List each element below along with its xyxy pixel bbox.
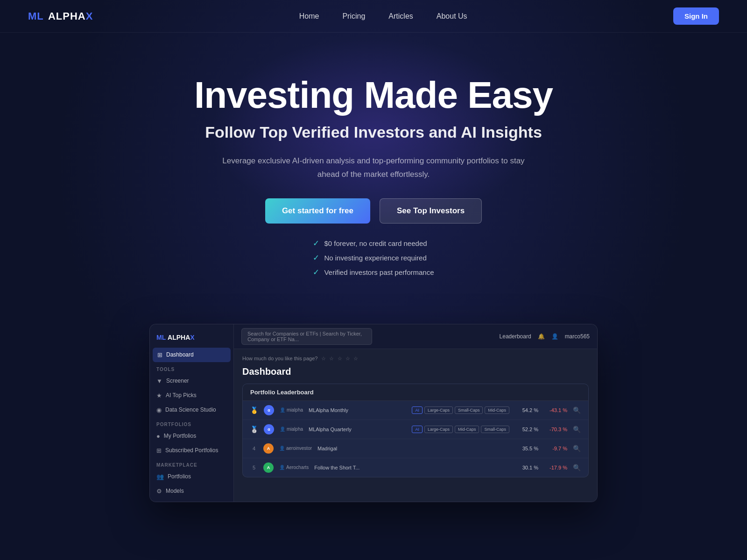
- stat-negative: -9.7 %: [544, 446, 567, 451]
- nav-about[interactable]: About Us: [437, 12, 467, 20]
- username-label: 👤 Aerocharts: [279, 465, 309, 470]
- hero-description: Leverage exclusive AI-driven analysis an…: [215, 154, 532, 182]
- tag-group: AI Large-Caps Mid-Caps Small-Caps: [412, 426, 509, 433]
- username: marco565: [565, 333, 590, 340]
- person-icon: 👤: [279, 465, 285, 470]
- feature-item-1: ✓ $0 forever, no credit card needed: [313, 238, 427, 248]
- tag-small-cap: Small-Caps: [481, 426, 509, 433]
- nav-home[interactable]: Home: [299, 12, 319, 20]
- hero-buttons: Get started for free See Top Investors: [9, 198, 738, 224]
- nav-pricing[interactable]: Pricing: [342, 12, 365, 20]
- check-icon-2: ✓: [313, 253, 319, 263]
- stat-negative: -43.1 %: [544, 407, 567, 413]
- hero-subheadline: Follow Top Verified Investors and AI Ins…: [9, 123, 738, 141]
- star-icon: ★: [156, 392, 162, 399]
- leaderboard-header: Portfolio Leaderboard: [243, 384, 588, 401]
- grid-icon: ⊞: [156, 447, 162, 454]
- sidebar-logo: ML ALPHAX: [150, 330, 233, 348]
- rating-stars[interactable]: ☆ ☆ ☆ ☆ ☆: [321, 356, 359, 362]
- stat-negative: -17.9 %: [544, 465, 567, 470]
- portfolio-name: Follow the Short T...: [314, 465, 504, 470]
- portfolio-name: MLAlpha Monthly: [309, 407, 406, 413]
- sidebar-logo-x: X: [190, 334, 194, 341]
- tag-large-cap: Large-Caps: [424, 426, 453, 433]
- avatar: A: [263, 443, 274, 454]
- feature-item-3: ✓ Verified investors past performance: [313, 267, 434, 277]
- navbar: ML ALPHAX Home Pricing Articles About Us…: [0, 0, 747, 33]
- search-bar[interactable]: Search for Companies or ETFs | Search by…: [241, 328, 372, 345]
- features-list: ✓ $0 forever, no credit card needed ✓ No…: [313, 238, 434, 277]
- leaderboard-card: Portfolio Leaderboard 🥇 α 👤 mialpha MLAl…: [242, 384, 589, 477]
- app-shell: ML ALPHAX ⊞ Dashboard TOOLS ▼ Screener ★…: [150, 324, 597, 502]
- check-icon-1: ✓: [313, 238, 319, 248]
- username-label: 👤 aeroinvestor: [279, 446, 312, 451]
- model-icon: ⚙: [156, 488, 162, 495]
- stat-positive: 52.2 %: [515, 427, 538, 432]
- medal-gold: 🥇: [250, 406, 258, 414]
- person-icon: 👤: [280, 407, 285, 413]
- tag-large-cap: Large-Caps: [424, 406, 453, 414]
- app-header: Search for Companies or ETFs | Search by…: [234, 324, 597, 349]
- table-row: 4 A 👤 aeroinvestor Madrigal 35.5 % -9.7 …: [243, 439, 588, 458]
- table-row: 🥈 α 👤 mialpha MLAlpha Quarterly AI Large…: [243, 420, 588, 439]
- signin-button[interactable]: Sign In: [673, 7, 719, 25]
- logo-ml: ML: [28, 10, 44, 22]
- sidebar-item-dashboard[interactable]: ⊞ Dashboard: [153, 348, 231, 362]
- dashboard-preview: ML ALPHAX ⊞ Dashboard TOOLS ▼ Screener ★…: [149, 324, 598, 502]
- search-action-icon[interactable]: 🔍: [573, 406, 581, 414]
- logo-x: X: [86, 10, 93, 22]
- search-action-icon[interactable]: 🔍: [573, 464, 581, 471]
- see-top-investors-button[interactable]: See Top Investors: [380, 198, 482, 224]
- stat-positive: 54.2 %: [515, 407, 538, 413]
- nav-articles[interactable]: Articles: [388, 12, 413, 20]
- tag-mid-cap: Mid-Caps: [485, 406, 509, 414]
- stat-negative: -70.3 %: [544, 427, 567, 432]
- search-action-icon[interactable]: 🔍: [573, 445, 581, 452]
- avatar: α: [264, 405, 274, 415]
- get-started-button[interactable]: Get started for free: [265, 198, 370, 224]
- sidebar-item-my-portfolios[interactable]: ● My Portfolios: [150, 429, 233, 443]
- tag-mid-cap: Mid-Caps: [455, 426, 479, 433]
- sidebar-section-tools: TOOLS: [150, 362, 233, 374]
- logo-alpha: ALPHA: [48, 10, 86, 22]
- search-action-icon[interactable]: 🔍: [573, 426, 581, 433]
- sidebar-item-data-science[interactable]: ◉ Data Science Studio: [150, 403, 233, 417]
- hero-headline: Investing Made Easy: [9, 75, 738, 116]
- dashboard-body: How much do you like this page? ☆ ☆ ☆ ☆ …: [234, 349, 597, 484]
- nav-links: Home Pricing Articles About Us: [299, 12, 467, 21]
- check-icon-3: ✓: [313, 267, 319, 277]
- sidebar-item-marketplace-portfolios[interactable]: 👥 Portfolios: [150, 469, 233, 484]
- sidebar-item-ai-top-picks[interactable]: ★ AI Top Picks: [150, 388, 233, 403]
- main-content: Search for Companies or ETFs | Search by…: [234, 324, 597, 502]
- medal-silver: 🥈: [250, 426, 258, 433]
- table-row: 🥇 α 👤 mialpha MLAlpha Monthly AI Large-C…: [243, 401, 588, 420]
- stat-positive: 35.5 %: [515, 446, 538, 451]
- leaderboard-link[interactable]: Leaderboard: [500, 333, 531, 340]
- sidebar-section-marketplace: MARKETPLACE: [150, 458, 233, 469]
- ai-tag: AI: [412, 406, 423, 414]
- sidebar-logo-ml: ML: [156, 334, 166, 341]
- rank-number: 5: [250, 465, 258, 470]
- tag-group: AI Large-Caps Small-Caps Mid-Caps: [412, 406, 509, 414]
- filter-icon: ▼: [156, 378, 162, 385]
- dashboard-icon: ⊞: [157, 351, 162, 358]
- portfolio-name: Madrigal: [317, 446, 504, 451]
- username-label: 👤 mialpha: [280, 427, 303, 432]
- rank-number: 4: [250, 446, 258, 451]
- sidebar-item-screener[interactable]: ▼ Screener: [150, 374, 233, 388]
- circle-icon: ●: [156, 433, 160, 440]
- sidebar-item-subscribed[interactable]: ⊞ Subscribed Portfolios: [150, 443, 233, 458]
- user-avatar-header: 👤: [551, 333, 558, 340]
- username-label: 👤 mialpha: [280, 407, 303, 413]
- portfolio-name: MLAlpha Quarterly: [309, 427, 406, 432]
- feature-item-2: ✓ No investing experience required: [313, 253, 426, 263]
- tag-small-cap: Small-Caps: [455, 406, 483, 414]
- person-icon: 👤: [279, 446, 285, 451]
- avatar: A: [263, 462, 274, 473]
- sidebar-item-models[interactable]: ⚙ Models: [150, 484, 233, 498]
- notification-icon: 🔔: [538, 333, 545, 340]
- avatar: α: [264, 424, 274, 434]
- table-row: 5 A 👤 Aerocharts Follow the Short T... 3…: [243, 458, 588, 477]
- header-right: Leaderboard 🔔 👤 marco565: [500, 333, 590, 340]
- logo[interactable]: ML ALPHAX: [28, 10, 93, 22]
